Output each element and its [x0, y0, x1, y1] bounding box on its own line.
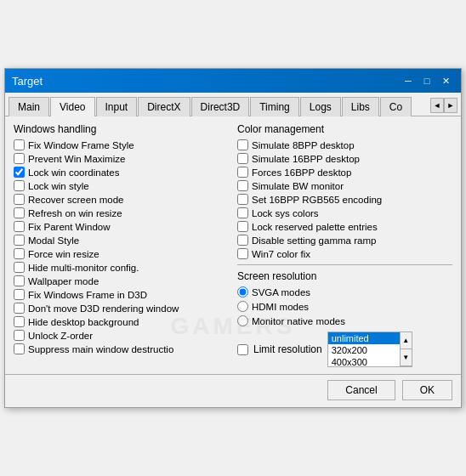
checkbox-modal-style-label[interactable]: Modal Style — [28, 235, 79, 246]
resolution-list[interactable]: unlimited 320x200 400x300 ▲ ▼ — [327, 332, 412, 367]
checkbox-suppress-main-window-label[interactable]: Suppress main window destructio — [28, 344, 173, 354]
radio-svga-label[interactable]: SVGA modes — [252, 287, 310, 298]
checkbox-sim-bw-input[interactable] — [237, 180, 248, 191]
checkbox-unlock-z-order-input[interactable] — [14, 330, 25, 341]
radio-native-input[interactable] — [237, 315, 248, 326]
radio-svga-input[interactable] — [237, 286, 248, 298]
checkbox-fix-parent-window-input[interactable] — [14, 221, 25, 232]
tab-main[interactable]: Main — [9, 97, 49, 116]
checkbox-hide-desktop-bg-label[interactable]: Hide desktop background — [28, 317, 139, 327]
checkbox-prevent-win-max-input[interactable] — [14, 153, 25, 164]
checkbox-refresh-win-resize-input[interactable] — [14, 207, 25, 218]
checkbox-fix-win-frame-d3d: Fix Windows Frame in D3D — [14, 289, 229, 300]
tab-logs[interactable]: Logs — [300, 97, 341, 116]
checkbox-fix-parent-window-label[interactable]: Fix Parent Window — [28, 222, 111, 232]
checkbox-lock-sys-colors-label[interactable]: Lock sys colors — [252, 208, 319, 218]
tab-next-button[interactable]: ► — [444, 98, 457, 113]
checkbox-refresh-win-resize: Refresh on win resize — [14, 207, 229, 218]
res-scrollbar: ▲ ▼ — [400, 332, 412, 366]
close-button[interactable]: ✕ — [437, 73, 454, 88]
radio-hdmi-label[interactable]: HDMI modes — [252, 302, 309, 312]
checkbox-win7-color-fix-input[interactable] — [237, 248, 248, 259]
tab-video[interactable]: Video — [50, 97, 94, 116]
checkbox-fix-parent-window: Fix Parent Window — [14, 221, 229, 232]
main-content: Windows handling Fix Window Frame Style … — [5, 116, 461, 374]
checkbox-forces-16bpp-label[interactable]: Forces 16BPP desktop — [252, 167, 351, 178]
tab-timing[interactable]: Timing — [250, 97, 299, 116]
checkbox-force-win-resize-label[interactable]: Force win resize — [28, 249, 99, 259]
checkbox-suppress-main-window-input[interactable] — [14, 343, 25, 354]
checkbox-recover-screen-label[interactable]: Recover screen mode — [28, 195, 124, 205]
checkbox-refresh-win-resize-label[interactable]: Refresh on win resize — [28, 208, 122, 218]
checkbox-hide-multimonitor-input[interactable] — [14, 262, 25, 273]
checkbox-lock-sys-colors-input[interactable] — [237, 207, 248, 218]
checkbox-wallpaper-mode-label[interactable]: Wallpaper mode — [28, 276, 99, 286]
minimize-button[interactable]: ─ — [400, 73, 417, 88]
checkbox-sim-bw-label[interactable]: Simulate BW monitor — [252, 181, 344, 191]
screen-resolution-title: Screen resolution — [237, 270, 452, 282]
maximize-button[interactable]: □ — [418, 73, 435, 88]
checkbox-lock-win-coords-input[interactable] — [14, 167, 25, 178]
checkbox-lock-win-style-label[interactable]: Lock win style — [28, 181, 89, 191]
checkbox-lock-win-style-input[interactable] — [14, 180, 25, 191]
tab-directx[interactable]: DirectX — [138, 97, 190, 116]
res-item-400x300[interactable]: 400x300 — [328, 356, 400, 367]
tab-direct3d[interactable]: Direct3D — [191, 97, 250, 116]
checkbox-sim-8bpp: Simulate 8BPP desktop — [237, 139, 452, 150]
res-item-unlimited[interactable]: unlimited — [328, 332, 400, 344]
content-area: Windows handling Fix Window Frame Style … — [5, 116, 461, 374]
checkbox-fix-win-frame-d3d-input[interactable] — [14, 289, 25, 300]
checkbox-fix-win-frame-d3d-label[interactable]: Fix Windows Frame in D3D — [28, 290, 147, 300]
checkbox-dont-move-d3d-label[interactable]: Don't move D3D rendering window — [28, 303, 179, 314]
checkbox-force-win-resize: Force win resize — [14, 248, 229, 259]
checkbox-win7-color-fix: Win7 color fix — [237, 248, 452, 259]
tab-libs[interactable]: Libs — [342, 97, 379, 116]
checkbox-win7-color-fix-label[interactable]: Win7 color fix — [252, 249, 310, 259]
tab-input[interactable]: Input — [96, 97, 138, 116]
ok-button[interactable]: OK — [402, 380, 452, 400]
checkbox-fix-window-frame-input[interactable] — [14, 139, 25, 150]
res-scroll-up-button[interactable]: ▲ — [401, 332, 412, 349]
checkbox-lock-win-coords: Lock win coordinates — [14, 167, 229, 178]
checkbox-sim-8bpp-input[interactable] — [237, 139, 248, 150]
checkbox-limit-res-label[interactable]: Limit resolution — [253, 343, 322, 355]
checkbox-lock-reserved-palette-input[interactable] — [237, 221, 248, 232]
checkbox-dont-move-d3d-input[interactable] — [14, 303, 25, 314]
checkbox-lock-win-coords-label[interactable]: Lock win coordinates — [28, 167, 119, 178]
checkbox-set-16bpp-rgb565-input[interactable] — [237, 194, 248, 205]
screen-resolution-section: Screen resolution SVGA modes HDMI modes … — [237, 270, 452, 367]
title-bar: Target ─ □ ✕ — [5, 69, 461, 93]
res-item-320x200[interactable]: 320x200 — [328, 344, 400, 356]
checkbox-set-16bpp-rgb565: Set 16BPP RGB565 encoding — [237, 194, 452, 205]
checkbox-limit-res-input[interactable] — [237, 344, 248, 355]
checkbox-fix-window-frame-label[interactable]: Fix Window Frame Style — [28, 140, 134, 150]
checkbox-sim-16bpp-input[interactable] — [237, 153, 248, 164]
limit-resolution-row: Limit resolution unlimited 320x200 400x3… — [237, 332, 452, 367]
checkbox-wallpaper-mode-input[interactable] — [14, 275, 25, 286]
cancel-button[interactable]: Cancel — [327, 380, 395, 400]
checkbox-sim-8bpp-label[interactable]: Simulate 8BPP desktop — [252, 140, 355, 150]
radio-hdmi: HDMI modes — [237, 301, 452, 312]
checkbox-disable-gamma-input[interactable] — [237, 235, 248, 246]
checkbox-fix-window-frame: Fix Window Frame Style — [14, 139, 229, 150]
checkbox-hide-desktop-bg-input[interactable] — [14, 316, 25, 327]
checkbox-hide-multimonitor-label[interactable]: Hide multi-monitor config. — [28, 263, 139, 273]
checkbox-modal-style-input[interactable] — [14, 235, 25, 246]
checkbox-sim-16bpp-label[interactable]: Simulate 16BPP desktop — [252, 154, 360, 164]
tab-co[interactable]: Co — [380, 97, 412, 116]
checkbox-set-16bpp-rgb565-label[interactable]: Set 16BPP RGB565 encoding — [252, 195, 382, 205]
checkbox-suppress-main-window: Suppress main window destructio — [14, 343, 229, 354]
checkbox-force-win-resize-input[interactable] — [14, 248, 25, 259]
checkbox-forces-16bpp-input[interactable] — [237, 167, 248, 178]
checkbox-prevent-win-max-label[interactable]: Prevent Win Maximize — [28, 154, 125, 164]
radio-native-label[interactable]: Monitor native modes — [252, 316, 345, 326]
checkbox-unlock-z-order-label[interactable]: Unlock Z-order — [28, 331, 93, 341]
windows-handling-title: Windows handling — [14, 123, 229, 135]
tab-prev-button[interactable]: ◄ — [430, 98, 444, 113]
res-scroll-down-button[interactable]: ▼ — [401, 349, 412, 366]
checkbox-recover-screen-input[interactable] — [14, 194, 25, 205]
radio-hdmi-input[interactable] — [237, 301, 248, 312]
checkbox-lock-reserved-palette-label[interactable]: Lock reserved palette entries — [252, 222, 378, 232]
footer: Cancel OK — [5, 374, 461, 407]
checkbox-disable-gamma-label[interactable]: Disable setting gamma ramp — [252, 235, 376, 246]
